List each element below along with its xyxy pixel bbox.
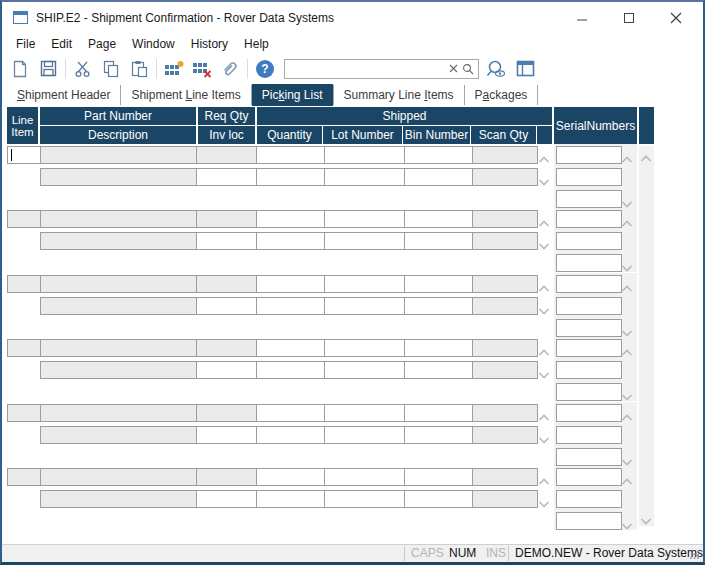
lot-number-input[interactable] (324, 275, 405, 293)
lot-number-input[interactable] (324, 168, 405, 186)
tab-packages[interactable]: Packages (465, 84, 538, 106)
shipped-scroll-up-icon[interactable] (538, 343, 550, 351)
lot-number-input[interactable] (324, 232, 405, 250)
resize-grip-icon[interactable] (689, 549, 700, 560)
quantity-input[interactable] (256, 232, 325, 250)
find-preview-button[interactable] (483, 57, 511, 81)
bin-number-input[interactable] (404, 232, 473, 250)
inv-loc-input[interactable] (196, 168, 257, 186)
shipped-scroll-down-icon[interactable] (538, 172, 550, 180)
shipped-scroll-up-icon[interactable] (538, 150, 550, 158)
shipped-scroll-down-icon[interactable] (538, 430, 550, 438)
serial-number-input[interactable] (556, 297, 622, 315)
serial-number-input[interactable] (556, 232, 622, 250)
shipped-scroll-up-icon[interactable] (538, 472, 550, 480)
serial-scroll-up-icon[interactable] (621, 472, 633, 480)
serial-number-input[interactable] (556, 383, 622, 401)
bin-number-input[interactable] (404, 339, 473, 357)
serial-number-input[interactable] (556, 361, 622, 379)
menu-page[interactable]: Page (80, 35, 124, 53)
lot-number-input[interactable] (324, 468, 405, 486)
serial-number-input[interactable] (556, 275, 622, 293)
quantity-input[interactable] (256, 146, 325, 164)
search-input[interactable] (285, 62, 449, 76)
grid-scroll-down-icon[interactable] (640, 511, 652, 519)
menu-help[interactable]: Help (236, 35, 277, 53)
quantity-input[interactable] (256, 426, 325, 444)
delete-rows-button[interactable] (188, 57, 216, 81)
lot-number-input[interactable] (324, 297, 405, 315)
serial-scroll-up-icon[interactable] (621, 279, 633, 287)
save-button[interactable] (34, 57, 62, 81)
maximize-button[interactable] (605, 2, 652, 33)
bin-number-input[interactable] (404, 168, 473, 186)
lot-number-input[interactable] (324, 426, 405, 444)
grid-scrollbar[interactable] (639, 146, 654, 526)
serial-number-input[interactable] (556, 404, 622, 422)
shipped-scroll-down-icon[interactable] (538, 365, 550, 373)
serial-scroll-down-icon[interactable] (621, 516, 633, 524)
lot-number-input[interactable] (324, 490, 405, 508)
shipped-scroll-down-icon[interactable] (538, 301, 550, 309)
bin-number-input[interactable] (404, 361, 473, 379)
tab-shipment-header[interactable]: Shipment Header (7, 84, 120, 106)
inv-loc-input[interactable] (196, 297, 257, 315)
bin-number-input[interactable] (404, 297, 473, 315)
bin-number-input[interactable] (404, 404, 473, 422)
lot-number-input[interactable] (324, 146, 405, 164)
serial-number-input[interactable] (556, 168, 622, 186)
serial-number-input[interactable] (556, 490, 622, 508)
quantity-input[interactable] (256, 297, 325, 315)
cut-button[interactable] (69, 57, 97, 81)
inv-loc-input[interactable] (196, 232, 257, 250)
menu-file[interactable]: File (8, 35, 43, 53)
serial-scroll-down-icon[interactable] (621, 323, 633, 331)
quantity-input[interactable] (256, 490, 325, 508)
serial-scroll-up-icon[interactable] (621, 150, 633, 158)
shipped-scroll-up-icon[interactable] (538, 214, 550, 222)
inv-loc-input[interactable] (196, 361, 257, 379)
paste-button[interactable] (125, 57, 153, 81)
serial-number-input[interactable] (556, 448, 622, 466)
bin-number-input[interactable] (404, 146, 473, 164)
attachment-button[interactable] (216, 57, 244, 81)
copy-button[interactable] (97, 57, 125, 81)
quantity-input[interactable] (256, 168, 325, 186)
serial-number-input[interactable] (556, 426, 622, 444)
shipped-scroll-up-icon[interactable] (538, 408, 550, 416)
tab-picking-list[interactable]: Picking List (252, 84, 333, 106)
serial-scroll-down-icon[interactable] (621, 194, 633, 202)
bin-number-input[interactable] (404, 426, 473, 444)
layout-panes-button[interactable] (511, 57, 539, 81)
lot-number-input[interactable] (324, 339, 405, 357)
lot-number-input[interactable] (324, 210, 405, 228)
menu-window[interactable]: Window (124, 35, 183, 53)
menu-history[interactable]: History (183, 35, 236, 53)
shipped-scroll-up-icon[interactable] (538, 279, 550, 287)
serial-number-input[interactable] (556, 339, 622, 357)
close-button[interactable] (652, 2, 699, 33)
serial-scroll-up-icon[interactable] (621, 214, 633, 222)
quantity-input[interactable] (256, 404, 325, 422)
quantity-input[interactable] (256, 275, 325, 293)
minimize-button[interactable] (558, 2, 605, 33)
serial-number-input[interactable] (556, 190, 622, 208)
search-icon[interactable] (462, 63, 474, 75)
bin-number-input[interactable] (404, 275, 473, 293)
serial-number-input[interactable] (556, 210, 622, 228)
serial-number-input[interactable] (556, 146, 622, 164)
serial-scroll-up-icon[interactable] (621, 408, 633, 416)
help-button[interactable]: ? (251, 57, 279, 81)
serial-number-input[interactable] (556, 512, 622, 530)
serial-scroll-down-icon[interactable] (621, 452, 633, 460)
serial-number-input[interactable] (556, 468, 622, 486)
serial-number-input[interactable] (556, 319, 622, 337)
quantity-input[interactable] (256, 468, 325, 486)
clear-search-icon[interactable] (449, 64, 458, 73)
serial-scroll-up-icon[interactable] (621, 343, 633, 351)
tab-summary-line-items[interactable]: Summary Line Items (334, 84, 464, 106)
shipped-scroll-down-icon[interactable] (538, 236, 550, 244)
bin-number-input[interactable] (404, 210, 473, 228)
insert-rows-button[interactable] (160, 57, 188, 81)
menu-edit[interactable]: Edit (43, 35, 80, 53)
